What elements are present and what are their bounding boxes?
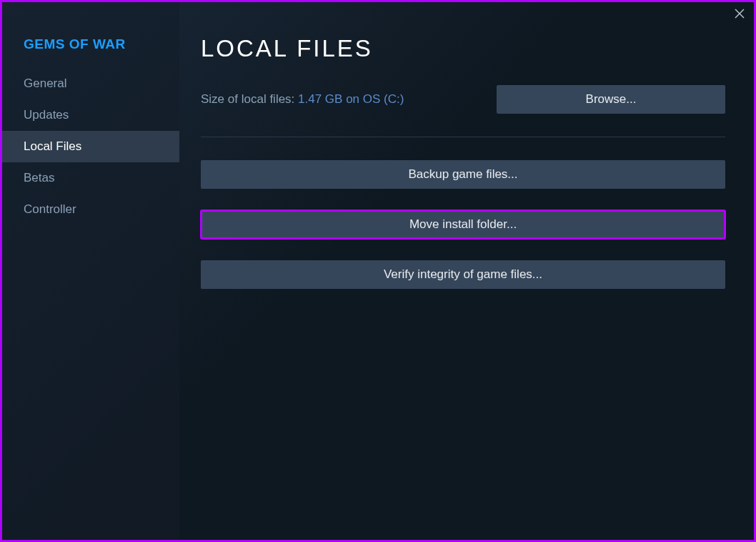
sidebar: GEMS OF WAR General Updates Local Files … <box>2 2 179 540</box>
move-install-folder-button[interactable]: Move install folder... <box>201 210 725 239</box>
divider <box>201 137 725 137</box>
browse-button[interactable]: Browse... <box>497 85 725 114</box>
size-info: Size of local files: 1.47 GB on OS (C:) <box>201 92 404 107</box>
sidebar-item-local-files[interactable]: Local Files <box>2 131 179 162</box>
close-button[interactable] <box>732 6 747 21</box>
size-label: Size of local files: <box>201 92 298 106</box>
sidebar-item-controller[interactable]: Controller <box>2 194 179 225</box>
sidebar-item-label: Local Files <box>24 139 81 153</box>
sidebar-item-updates[interactable]: Updates <box>2 99 179 131</box>
verify-integrity-button[interactable]: Verify integrity of game files... <box>201 260 725 289</box>
sidebar-item-general[interactable]: General <box>2 68 179 99</box>
game-title: GEMS OF WAR <box>2 36 179 68</box>
close-icon <box>735 9 745 19</box>
sidebar-item-label: Updates <box>24 108 69 122</box>
sidebar-item-label: Controller <box>24 202 76 216</box>
sidebar-item-betas[interactable]: Betas <box>2 162 179 194</box>
sidebar-item-label: Betas <box>24 171 54 184</box>
properties-window: GEMS OF WAR General Updates Local Files … <box>0 0 756 542</box>
size-value: 1.47 GB on OS (C:) <box>298 92 404 106</box>
size-info-row: Size of local files: 1.47 GB on OS (C:) … <box>201 85 725 114</box>
sidebar-item-label: General <box>24 77 66 90</box>
backup-game-files-button[interactable]: Backup game files... <box>201 160 725 189</box>
page-title: LOCAL FILES <box>201 35 725 62</box>
main-panel: LOCAL FILES Size of local files: 1.47 GB… <box>179 2 754 540</box>
